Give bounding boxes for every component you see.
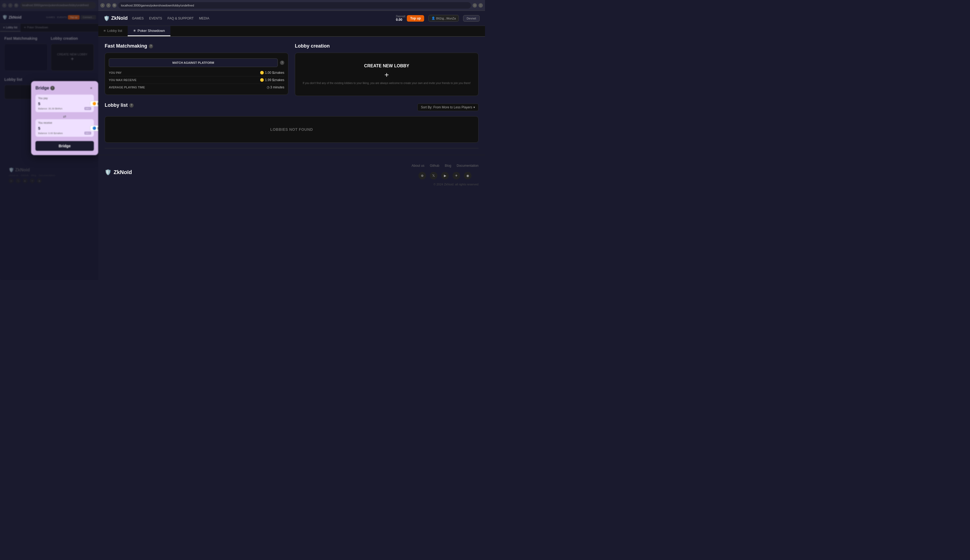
bridge-modal-header: Bridge ? ×	[35, 85, 94, 91]
footer-link-github[interactable]: Github	[430, 164, 439, 168]
right-url-bar[interactable]: localhost:3000/games/pokershowdown/lobby…	[118, 2, 471, 8]
lobby-creation-title: Lobby creation	[295, 43, 478, 49]
bridge-you-receive-input[interactable]	[38, 126, 89, 130]
lobby-list-header: Lobby list ? Sort By: From More to Less …	[105, 102, 478, 112]
bridge-close-btn[interactable]: ×	[89, 85, 94, 91]
lobbies-not-found: LOBBIES NOT FOUND	[105, 116, 478, 143]
you-pay-coin-icon: 🟡	[260, 71, 264, 75]
bridge-swap-icon[interactable]: ⇄	[35, 114, 94, 118]
deposit-value: 0.00	[396, 18, 406, 22]
bridge-pay-max-btn[interactable]: MAX	[84, 107, 91, 110]
receive-coin-icon: 🟡	[260, 78, 264, 82]
avg-time-value: ◷ 3 minutes	[267, 85, 284, 89]
fast-matchmaking-title: Fast Matchmaking ?	[105, 43, 288, 49]
lobby-list-section: Lobby list ? Sort By: From More to Less …	[105, 102, 478, 148]
bridge-submit-btn[interactable]: Bridge	[35, 141, 94, 151]
lobbies-divider	[105, 148, 478, 148]
right-panel: ‹ › ↻ localhost:3000/games/pokershowdown…	[98, 0, 485, 280]
bridge-modal: Bridge ? × You pay 🟠 $MINA Balance: 35.3…	[31, 81, 98, 155]
bridge-receive-token-icon: 🔵	[92, 127, 96, 130]
matchmaking-card: MATCH AGAINST PLATFORM ? YOU PAY 🟡 1.00 …	[105, 53, 288, 95]
lobby-list-title: Lobby list ?	[105, 102, 134, 108]
bridge-you-pay-input[interactable]	[38, 102, 89, 106]
lobby-list-help-icon[interactable]: ?	[129, 103, 134, 108]
right-reload-btn[interactable]: ↻	[112, 3, 117, 8]
lobby-creation-section: Lobby creation CREATE NEW LOBBY + If you…	[295, 43, 478, 96]
deposit-label: Deposit:	[396, 15, 406, 18]
right-bookmark-btn[interactable]: ☆	[473, 3, 477, 8]
right-nav-media[interactable]: MEDIA	[199, 17, 209, 20]
bridge-receive-balance: Balance: 0.00 $znakes MAX	[38, 132, 91, 135]
bridge-you-receive-row: 🔵 $znakes	[38, 125, 91, 131]
match-against-row: MATCH AGAINST PLATFORM ?	[109, 57, 284, 69]
sort-dropdown[interactable]: Sort By: From More to Less Players ▾	[417, 103, 478, 111]
bridge-you-receive-label: You receive	[38, 122, 91, 124]
footer-logo: 🛡️ ZkNoïd	[105, 169, 132, 175]
social-discord-icon[interactable]: ◉	[464, 172, 472, 180]
footer-link-blog[interactable]: Blog	[445, 164, 451, 168]
you-pay-value: 🟡 1.00 $znakes	[260, 71, 284, 75]
right-tabs: ≡ Lobby list ✳ Poker Showdown	[98, 26, 485, 37]
footer-right: About us Github Blog Documentation ⊕ 𝕏 ▶…	[412, 164, 478, 186]
deposit-info: Deposit: 0.00	[396, 15, 406, 22]
you-pay-row: YOU PAY 🟡 1.00 $znakes	[109, 69, 284, 77]
create-plus-icon: +	[385, 70, 389, 79]
right-footer: 🛡️ ZkNoïd About us Github Blog Documenta…	[98, 155, 485, 192]
social-twitter-icon[interactable]: 𝕏	[430, 172, 437, 180]
right-header: 🛡️ ZkNoïd GAMES EVENTS FAQ & SUPPORT MED…	[98, 11, 485, 26]
bridge-receive-token-btn[interactable]: 🔵 $znakes	[90, 125, 98, 131]
bridge-help-icon[interactable]: ?	[50, 86, 55, 90]
user-avatar-icon: 👤	[431, 17, 435, 20]
right-shield-icon: 🛡️	[104, 15, 110, 22]
social-github-icon[interactable]: ⊕	[418, 172, 426, 180]
right-nav-games[interactable]: GAMES	[132, 17, 144, 20]
footer-links: About us Github Blog Documentation	[412, 164, 478, 168]
right-back-btn[interactable]: ‹	[100, 3, 105, 8]
right-topup-btn[interactable]: Top up	[407, 15, 424, 22]
social-telegram-icon[interactable]: ✈	[453, 172, 460, 180]
right-main: Fast Matchmaking ? MATCH AGAINST PLATFOR…	[98, 37, 485, 155]
create-desc: If you don't find any of the existing lo…	[303, 82, 471, 85]
footer-bottom: 🛡️ ZkNoïd About us Github Blog Documenta…	[105, 164, 478, 186]
bridge-pay-balance: Balance: 35.39 $MINA MAX	[38, 107, 91, 110]
deposit-box: Deposit: 0.00 Top up	[396, 15, 424, 22]
fast-matchmaking-help-icon[interactable]: ?	[149, 44, 153, 48]
right-browser-bar: ‹ › ↻ localhost:3000/games/pokershowdown…	[98, 0, 485, 11]
right-content-grid: Fast Matchmaking ? MATCH AGAINST PLATFOR…	[105, 43, 478, 96]
you-max-receive-value: 🟡 1.99 $znakes	[260, 78, 284, 82]
footer-link-docs[interactable]: Documentation	[457, 164, 478, 168]
right-tab-poker[interactable]: ✳ Poker Showdown	[128, 26, 171, 36]
bridge-you-pay-field: You pay 🟠 $MINA Balance: 35.39 $MINA MAX	[35, 95, 94, 112]
right-nav: GAMES EVENTS FAQ & SUPPORT MEDIA	[132, 17, 209, 20]
bridge-pay-token-btn[interactable]: 🟠 $MINA	[90, 101, 98, 107]
match-against-help-icon[interactable]: ?	[280, 60, 284, 65]
bridge-receive-max-btn[interactable]: MAX	[84, 132, 91, 135]
right-menu-btn[interactable]: ⋮	[478, 3, 483, 8]
left-panel: ‹ › ↻ localhost:3000/games/pokershowdown…	[0, 0, 98, 280]
footer-link-aboutus[interactable]: About us	[412, 164, 425, 168]
right-logo: 🛡️ ZkNoïd	[104, 15, 128, 22]
right-tab-lobby-icon: ≡	[104, 28, 106, 33]
bridge-modal-title: Bridge ?	[35, 86, 55, 90]
footer-copy: © 2024 ZkNoid: all rights reserved	[412, 183, 478, 186]
footer-social: ⊕ 𝕏 ▶ ✈ ◉	[412, 172, 478, 180]
you-max-receive-row: YOU MAX RECEIVE 🟡 1.99 $znakes	[109, 77, 284, 84]
right-nav-faq[interactable]: FAQ & SUPPORT	[167, 17, 193, 20]
bridge-you-receive-field: You receive 🔵 $znakes Balance: 0.00 $zna…	[35, 119, 94, 137]
lobby-create-card[interactable]: CREATE NEW LOBBY + If you don't find any…	[295, 53, 478, 96]
fast-matchmaking-section: Fast Matchmaking ? MATCH AGAINST PLATFOR…	[105, 43, 288, 96]
chevron-down-icon: ▾	[473, 105, 475, 109]
right-tab-lobby[interactable]: ≡ Lobby list	[98, 26, 128, 36]
right-nav-events[interactable]: EVENTS	[149, 17, 162, 20]
footer-shield-icon: 🛡️	[105, 169, 112, 175]
match-against-label: MATCH AGAINST PLATFORM	[109, 58, 278, 67]
right-user-btn[interactable]: 👤 B62qj...WunZa	[428, 15, 459, 22]
right-main-scroll: Fast Matchmaking ? MATCH AGAINST PLATFOR…	[98, 37, 485, 280]
bridge-you-pay-row: 🟠 $MINA	[38, 101, 91, 107]
right-devnet-btn[interactable]: Devnet	[463, 15, 480, 22]
right-forward-btn[interactable]: ›	[106, 3, 110, 8]
right-tab-poker-icon: ✳	[133, 28, 136, 33]
social-medium-icon[interactable]: ▶	[441, 172, 449, 180]
bridge-pay-token-icon: 🟠	[92, 102, 96, 105]
bridge-you-pay-label: You pay	[38, 97, 91, 100]
